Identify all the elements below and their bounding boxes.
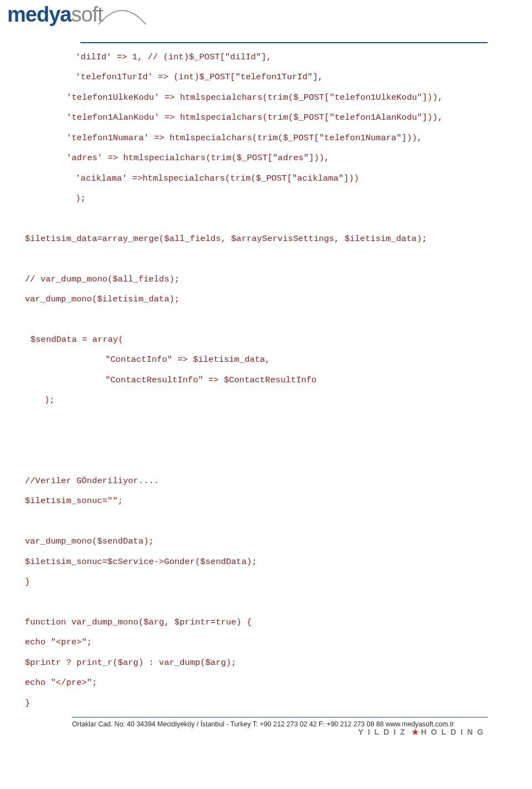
header-divider <box>80 42 488 43</box>
holding-brand: YILDIZ ★ HOLDING <box>358 727 488 736</box>
star-icon: ★ <box>410 727 421 736</box>
code-block: 'dilId' => 1, // (int)$_POST["dilId"], '… <box>25 47 499 713</box>
code-line: // var_dump_mono($all_fields); <box>25 269 499 289</box>
code-line: var_dump_mono($iletisim_data); <box>25 289 499 309</box>
logo-arc-icon <box>96 4 149 26</box>
code-line <box>25 411 499 431</box>
holding-prefix: YILDIZ <box>358 727 409 736</box>
code-line: $sendData = array( <box>25 330 499 350</box>
footer: Ortaklar Cad. No: 40 34394 Mecidiyeköy /… <box>72 717 488 728</box>
code-line: function var_dump_mono($arg, $printr=tru… <box>25 612 499 632</box>
code-line: echo "</pre>"; <box>25 673 499 693</box>
code-line: var_dump_mono($sendData); <box>25 531 499 551</box>
code-line: $iletisim_data=array_merge($all_fields, … <box>25 229 499 249</box>
code-line <box>25 450 499 470</box>
code-line: } <box>25 572 499 592</box>
code-line: 'dilId' => 1, // (int)$_POST["dilId"], <box>25 47 499 67</box>
code-line: echo "<pre>"; <box>25 632 499 652</box>
code-line: $printr ? print_r($arg) : var_dump($arg)… <box>25 653 499 673</box>
footer-address: Ortaklar Cad. No: 40 34394 Mecidiyeköy /… <box>72 720 488 728</box>
holding-suffix: HOLDING <box>421 727 488 736</box>
code-line <box>25 592 499 612</box>
logo: medyasoft <box>7 3 146 44</box>
code-line: } <box>25 693 499 713</box>
code-line: 'telefon1TurId' => (int)$_POST["telefon1… <box>25 67 499 87</box>
code-line: //Veriler GÖnderiliyor.... <box>25 471 499 491</box>
code-line: 'telefon1Numara' => htmlspecialchars(tri… <box>25 128 499 148</box>
document-page: medyasoft 'dilId' => 1, // (int)$_POST["… <box>0 0 532 789</box>
code-line <box>25 511 499 531</box>
logo-prefix: medya <box>7 3 71 26</box>
code-line: ); <box>25 390 499 410</box>
code-line: "ContactResultInfo" => $ContactResultInf… <box>25 370 499 390</box>
code-line: $iletisim_sonuc=$cService->Gonder($sendD… <box>25 552 499 572</box>
code-line: 'adres' => htmlspecialchars(trim($_POST[… <box>25 148 499 168</box>
code-line: 'aciklama' =>htmlspecialchars(trim($_POS… <box>25 168 499 188</box>
footer-divider <box>72 717 488 718</box>
code-line <box>25 309 499 329</box>
code-line: $iletisim_sonuc=""; <box>25 491 499 511</box>
code-line <box>25 249 499 269</box>
code-line <box>25 431 499 450</box>
code-line: 'telefon1UlkeKodu' => htmlspecialchars(t… <box>25 88 499 107</box>
code-line: ); <box>25 188 499 208</box>
code-line: 'telefon1AlanKodu' => htmlspecialchars(t… <box>25 107 499 127</box>
code-line <box>25 208 499 228</box>
code-line: "ContactInfo" => $iletisim_data, <box>25 350 499 370</box>
